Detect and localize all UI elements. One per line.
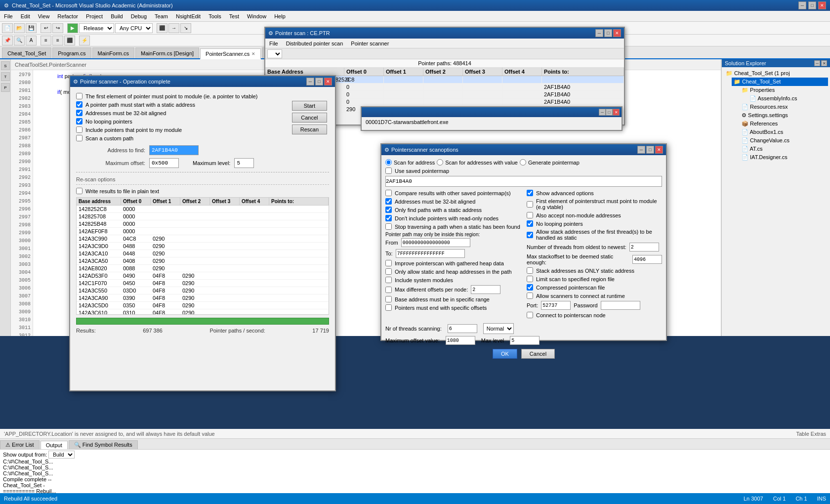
chk-custom[interactable] [76,135,83,141]
password-input[interactable] [601,301,640,310]
tree-references[interactable]: 📦 References [740,120,828,128]
tb2-btn3[interactable]: A [26,36,37,45]
tree-aboutbox[interactable]: 📄 AboutBox1.cs [740,128,828,136]
tree-resources[interactable]: 📄 Resources.resx [740,103,828,111]
chk-max-diff[interactable] [385,287,392,293]
tb2-btn5[interactable]: ≡ [52,36,63,45]
se-minimize[interactable]: ─ [814,60,820,66]
ptr-minimize[interactable]: ─ [595,29,603,37]
platform-dropdown[interactable]: Any CPU x86 x64 [115,23,153,33]
max-stackoffset-input[interactable] [632,255,662,264]
table-row[interactable]: 142A3C99004C80290 [77,235,329,243]
chk-32bit-aligned[interactable] [385,198,392,205]
save-button[interactable]: 💾 [26,23,37,33]
address-input[interactable] [149,145,199,155]
radio-gen-pointermap[interactable] [520,159,526,166]
tb2-btn6[interactable]: ⬛ [64,36,75,45]
menu-nsight[interactable]: NsightEdit [172,12,205,20]
menu-view[interactable]: View [34,12,54,20]
nr-threads-input[interactable] [629,243,659,252]
table-row[interactable]: 142A3C9D004880290 [77,243,329,250]
chk-noloop2[interactable] [527,220,533,227]
tab-close-icon[interactable]: ✕ [251,51,255,56]
menu-team[interactable]: Team [151,12,172,20]
start-button[interactable]: ▶ [67,23,78,33]
tb2-btn1[interactable]: 📌 [2,36,13,45]
nr-threads-scan-input[interactable] [448,324,477,333]
close-button[interactable]: ✕ [818,1,826,9]
rescan-button[interactable]: Rescan [292,125,327,134]
ptr-menu-distributed[interactable]: Distributed pointer scan [282,40,347,47]
chk-static[interactable] [76,101,83,108]
tree-at[interactable]: 📄 AT.cs [740,145,828,153]
chk-stack-only[interactable] [527,267,533,274]
menu-tools[interactable]: Tools [205,12,225,20]
chk-dont-readonly[interactable] [385,215,392,221]
sidebar-toolbox[interactable]: T [1,72,10,81]
tree-properties[interactable]: 📁 Properties [740,86,828,94]
tb2-btn4[interactable]: ≡ [41,36,51,45]
table-row[interactable]: 142A3CA5004080290 [77,257,329,265]
saved-value-input[interactable] [385,176,662,187]
chk-plaintext[interactable] [76,188,83,194]
to-input[interactable] [396,249,465,258]
chk-base-range[interactable] [385,296,392,302]
table-extras-btn[interactable]: Table Extras [796,431,826,437]
tab-mainform-cs[interactable]: MainForm.cs [92,47,135,58]
max-level-val-input[interactable] [510,336,540,345]
se-close[interactable]: ✕ [821,60,827,66]
scanopts-cancel-button[interactable]: Cancel [521,349,555,359]
ptr-maximize[interactable]: □ [604,29,612,37]
max-diff-input[interactable] [471,285,500,294]
tree-cheat-tool-set[interactable]: 📁 Cheat_Tool_Set [732,78,828,86]
radio-scan-address[interactable] [385,159,392,166]
new-file-button[interactable]: 📄 [2,23,13,33]
maximize-button[interactable]: □ [808,1,816,9]
tab-output[interactable]: Output [41,441,68,449]
port-input[interactable] [541,301,571,310]
scanopts-close[interactable]: ✕ [655,146,663,154]
menu-help[interactable]: Help [270,12,290,20]
chk-vtable[interactable] [76,93,83,99]
chk-only-static-heap[interactable] [385,268,392,275]
menu-debug[interactable]: Debug [127,12,151,20]
chk-32bit[interactable] [76,110,83,116]
chk-compressed[interactable] [527,284,533,291]
step-in-button[interactable]: ↘ [180,23,191,33]
breakpoints-button[interactable]: ⬛ [157,23,167,33]
redo-button[interactable]: ↪ [52,23,63,33]
cancel-button[interactable]: Cancel [292,113,327,123]
table-row[interactable]: 1428252C80000 [77,206,329,213]
scanopts-ok-button[interactable]: OK [493,349,517,359]
tree-settings[interactable]: ⚙ Settings.settings [740,111,828,120]
chk-stop-traverse[interactable] [385,223,392,230]
configuration-dropdown[interactable]: Release Debug [79,23,114,33]
op-minimize[interactable]: ─ [306,78,314,85]
sidebar-server-explorer[interactable]: S [1,61,10,70]
op-close[interactable]: ✕ [324,78,332,85]
chk-noloop[interactable] [76,118,83,125]
sidebar-properties[interactable]: P [1,83,10,92]
chk-use-saved[interactable] [385,168,392,174]
tab-error-list[interactable]: ⚠ Error List [0,440,40,449]
max-offset-val-input[interactable] [446,336,475,345]
menu-window[interactable]: Window [243,12,270,20]
chk-first-vtable[interactable] [527,201,533,208]
chk-improve-heap[interactable] [385,260,392,266]
table-row[interactable]: 142A3C5D0035004F80290 [77,302,329,309]
chk-mymodule[interactable] [76,126,83,133]
chk-showadv[interactable] [527,190,533,196]
max-offset-input[interactable] [149,158,179,168]
tree-changevalue[interactable]: 📄 ChangeValue.cs [740,136,828,145]
op-maximize[interactable]: □ [315,78,323,85]
chk-limit-region[interactable] [527,276,533,282]
table-row[interactable]: 142A3CA90039004F80290 [77,294,329,302]
table-row[interactable]: 142A3C610031004F80290 [77,309,329,314]
from-input[interactable] [401,238,470,247]
tab-mainform-design[interactable]: MainForm.cs [Design] [135,47,199,58]
tree-project[interactable]: 📁 Cheat_Tool_Set (1 proj [724,69,828,78]
tb2-btn2[interactable]: 🔍 [14,36,25,45]
menu-file[interactable]: File [0,12,17,20]
chk-include-sys[interactable] [385,277,392,283]
max-level-input[interactable] [234,158,254,168]
